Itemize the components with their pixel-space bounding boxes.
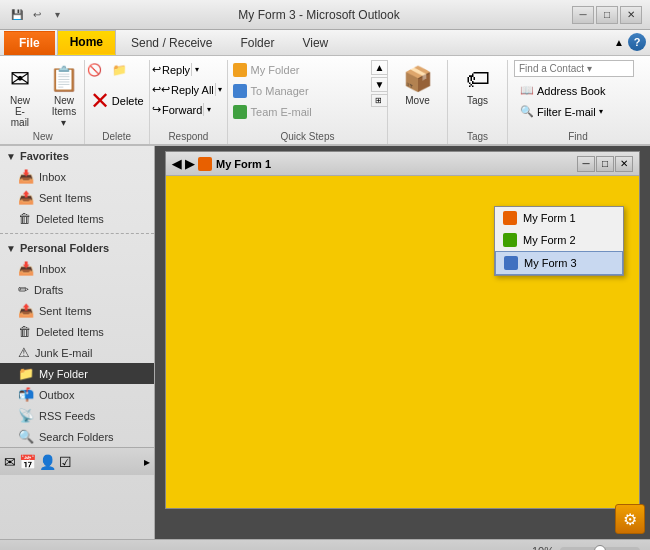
taskbar-more-btn[interactable]: ▸ bbox=[144, 455, 150, 469]
qs-up-arrow[interactable]: ▲ bbox=[371, 60, 389, 75]
tab-send-receive[interactable]: Send / Receive bbox=[118, 31, 225, 55]
window-controls: ─ □ ✕ bbox=[572, 6, 642, 24]
sidebar-item-sent[interactable]: 📤 Sent Items bbox=[0, 300, 154, 321]
qs-more-arrow[interactable]: ⊞ bbox=[371, 94, 389, 107]
quick-undo-btn[interactable]: ↩ bbox=[28, 6, 46, 24]
team-email-icon bbox=[233, 105, 247, 119]
sidebar-item-favorites-inbox[interactable]: 📥 Inbox bbox=[0, 166, 154, 187]
maximize-btn[interactable]: □ bbox=[596, 6, 618, 24]
nav-back-btn[interactable]: ◀ bbox=[172, 157, 181, 171]
favorites-deleted-label: Deleted Items bbox=[36, 213, 104, 225]
sidebar-item-rss[interactable]: 📡 RSS Feeds bbox=[0, 405, 154, 426]
clean-up-btn[interactable]: 📁 bbox=[108, 60, 131, 80]
sidebar-item-search[interactable]: 🔍 Search Folders bbox=[0, 426, 154, 447]
move-icon: 📦 bbox=[403, 65, 433, 93]
qs-down-arrow[interactable]: ▼ bbox=[371, 77, 389, 92]
sidebar: ▼ Favorites 📥 Inbox 📤 Sent Items 🗑 Delet… bbox=[0, 146, 155, 539]
delete-btn[interactable]: ✕ Delete bbox=[83, 82, 151, 120]
new-email-btn[interactable]: ✉ NewE-mail bbox=[0, 60, 40, 133]
reply-dropdown-arrow[interactable]: ▾ bbox=[191, 63, 201, 76]
sidebar-divider bbox=[0, 233, 154, 234]
tab-home[interactable]: Home bbox=[57, 30, 116, 55]
collapse-ribbon-btn[interactable]: ▲ bbox=[614, 37, 624, 48]
new-buttons: ✉ NewE-mail 📋 NewItems ▾ bbox=[0, 60, 86, 125]
nav-forward-btn[interactable]: ▶ bbox=[185, 157, 194, 171]
reply-all-dropdown-arrow[interactable]: ▾ bbox=[215, 83, 225, 96]
mail-taskbar-icon[interactable]: ✉ bbox=[4, 454, 16, 470]
favorites-sent-label: Sent Items bbox=[39, 192, 92, 204]
form-dropdown-item-1[interactable]: My Form 1 bbox=[495, 207, 623, 229]
minimize-btn[interactable]: ─ bbox=[572, 6, 594, 24]
reply-label: Reply bbox=[162, 64, 190, 76]
team-email-btn[interactable]: Team E-mail bbox=[227, 102, 367, 122]
form-dropdown-item-2[interactable]: My Form 2 bbox=[495, 229, 623, 251]
filter-email-btn[interactable]: 🔍 Filter E-mail ▾ bbox=[514, 102, 642, 121]
respond-group-label: Respond bbox=[168, 131, 208, 144]
forward-btn[interactable]: ↪ Forward ▾ bbox=[146, 100, 231, 119]
sidebar-item-myfolder[interactable]: 📁 My Folder bbox=[0, 363, 154, 384]
ignore-btn[interactable]: 🚫 bbox=[83, 60, 106, 80]
tab-folder[interactable]: Folder bbox=[227, 31, 287, 55]
zoom-slider-thumb bbox=[594, 545, 606, 551]
inner-maximize-btn[interactable]: □ bbox=[596, 156, 614, 172]
sidebar-item-outbox[interactable]: 📬 Outbox bbox=[0, 384, 154, 405]
inner-window-title-bar: ◀ ▶ My Form 1 ─ □ ✕ bbox=[166, 152, 639, 176]
pf-outbox-label: Outbox bbox=[39, 389, 74, 401]
zoom-slider[interactable] bbox=[560, 547, 640, 551]
favorites-header[interactable]: ▼ Favorites bbox=[0, 146, 154, 166]
sidebar-item-junk[interactable]: ⚠ Junk E-mail bbox=[0, 342, 154, 363]
delete-icon: ✕ bbox=[90, 87, 110, 115]
inner-window-title-left: ◀ ▶ My Form 1 bbox=[172, 157, 271, 171]
tasks-taskbar-icon[interactable]: ☑ bbox=[59, 454, 72, 470]
main-area: ▼ Favorites 📥 Inbox 📤 Sent Items 🗑 Delet… bbox=[0, 146, 650, 539]
filter-email-dropdown[interactable]: ▾ bbox=[599, 107, 603, 116]
personal-folders-header[interactable]: ▼ Personal Folders bbox=[0, 238, 154, 258]
cleanup-icon: 📁 bbox=[112, 63, 127, 77]
sidebar-item-drafts[interactable]: ✏ Drafts bbox=[0, 279, 154, 300]
form1-icon bbox=[503, 211, 517, 225]
tab-file[interactable]: File bbox=[4, 31, 55, 55]
window-title: My Form 3 - Microsoft Outlook bbox=[66, 8, 572, 22]
to-manager-btn[interactable]: To Manager bbox=[227, 81, 367, 101]
delete-label: Delete bbox=[112, 95, 144, 107]
personal-folders-label: Personal Folders bbox=[20, 242, 109, 254]
reply-all-label: Reply All bbox=[171, 84, 214, 96]
my-folder-label: My Folder bbox=[251, 64, 300, 76]
reply-all-btn[interactable]: ↩↩ Reply All ▾ bbox=[146, 80, 231, 99]
contacts-taskbar-icon[interactable]: 👤 bbox=[39, 454, 56, 470]
quick-save-btn[interactable]: 💾 bbox=[8, 6, 26, 24]
tab-view[interactable]: View bbox=[289, 31, 341, 55]
pf-outbox-icon: 📬 bbox=[18, 387, 34, 402]
favorites-label: Favorites bbox=[20, 150, 69, 162]
new-items-btn[interactable]: 📋 NewItems ▾ bbox=[42, 60, 86, 133]
pf-rss-label: RSS Feeds bbox=[39, 410, 95, 422]
filter-email-icon: 🔍 bbox=[520, 105, 534, 118]
gear-button[interactable]: ⚙ bbox=[615, 504, 645, 534]
ribbon-group-find: 📖 Address Book 🔍 Filter E-mail ▾ Find bbox=[508, 60, 648, 144]
close-btn[interactable]: ✕ bbox=[620, 6, 642, 24]
sidebar-item-inbox[interactable]: 📥 Inbox bbox=[0, 258, 154, 279]
find-contact-input[interactable] bbox=[514, 60, 634, 77]
tags-btn[interactable]: 🏷 Tags bbox=[458, 60, 498, 111]
forward-dropdown-arrow[interactable]: ▾ bbox=[203, 103, 213, 116]
reply-btn[interactable]: ↩ Reply ▾ bbox=[146, 60, 231, 79]
inner-close-btn[interactable]: ✕ bbox=[615, 156, 633, 172]
my-folder-btn[interactable]: My Folder bbox=[227, 60, 367, 80]
sidebar-item-favorites-deleted[interactable]: 🗑 Deleted Items bbox=[0, 208, 154, 229]
ribbon-group-new: ✉ NewE-mail 📋 NewItems ▾ New bbox=[2, 60, 85, 144]
inbox-icon: 📥 bbox=[18, 169, 34, 184]
sidebar-item-favorites-sent[interactable]: 📤 Sent Items bbox=[0, 187, 154, 208]
sidebar-item-deleted[interactable]: 🗑 Deleted Items bbox=[0, 321, 154, 342]
form-dropdown-item-3[interactable]: My Form 3 bbox=[495, 251, 623, 275]
quick-more-btn[interactable]: ▾ bbox=[48, 6, 66, 24]
inner-minimize-btn[interactable]: ─ bbox=[577, 156, 595, 172]
favorites-arrow: ▼ bbox=[6, 151, 16, 162]
move-btn[interactable]: 📦 Move bbox=[396, 60, 440, 111]
address-book-btn[interactable]: 📖 Address Book bbox=[514, 81, 642, 100]
calendar-taskbar-icon[interactable]: 📅 bbox=[19, 454, 36, 470]
sent-icon: 📤 bbox=[18, 190, 34, 205]
form2-icon bbox=[503, 233, 517, 247]
help-btn[interactable]: ? bbox=[628, 33, 646, 51]
to-manager-icon bbox=[233, 84, 247, 98]
pf-inbox-icon: 📥 bbox=[18, 261, 34, 276]
